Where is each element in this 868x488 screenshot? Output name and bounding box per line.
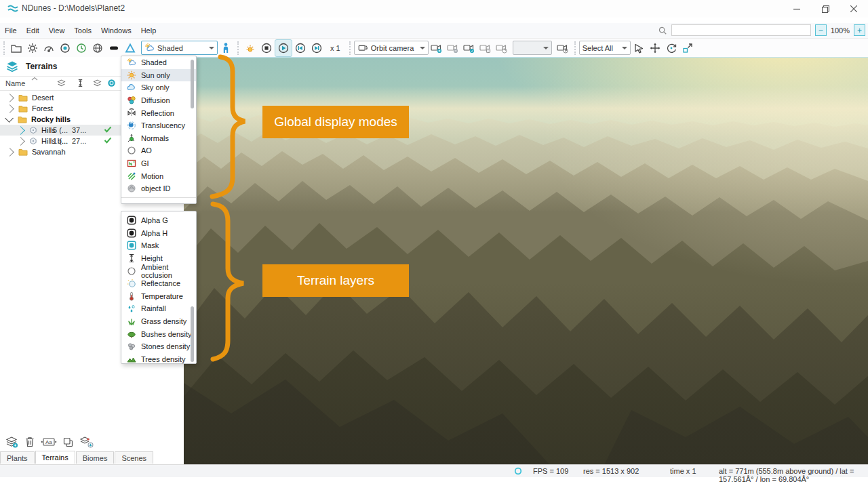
move-tool-button[interactable] — [647, 40, 663, 56]
panel-toolbar: Aa — [0, 434, 189, 450]
menu-item-alpha-g[interactable]: Alpha G — [121, 214, 196, 227]
settings-button[interactable] — [24, 40, 41, 56]
camera-preset-combobox[interactable] — [513, 41, 552, 55]
menu-item-ambient-occlusion[interactable]: Ambient occlusion — [121, 264, 196, 277]
add-terrain-button[interactable] — [5, 436, 19, 449]
minimize-button[interactable] — [785, 1, 808, 16]
scale-tool-button[interactable] — [679, 40, 696, 56]
expand-icon[interactable] — [5, 104, 14, 113]
column-height-icon[interactable] — [76, 79, 85, 87]
camera-save-button[interactable] — [477, 40, 494, 56]
camera-load-button[interactable] — [494, 40, 510, 56]
terrain-node-icon — [29, 137, 37, 145]
menu-item-diffusion[interactable]: Diffusion — [121, 94, 196, 107]
menu-item-bushes-density[interactable]: Bushes density — [121, 327, 196, 340]
menu-item-sun-only[interactable]: Sun only — [121, 69, 196, 82]
menu-item-ao[interactable]: AO — [121, 144, 196, 157]
camera-position-value: alt = 771m (555.8m above ground) / lat =… — [719, 467, 868, 483]
column-name[interactable]: Name — [5, 79, 25, 87]
chevron-down-icon — [420, 47, 425, 49]
menu-item-reflectance[interactable]: Reflectance — [121, 277, 196, 290]
menu-item-shaded[interactable]: Shaded — [121, 56, 196, 69]
menu-help[interactable]: Help — [136, 26, 161, 35]
menu-tools[interactable]: Tools — [69, 26, 96, 35]
menu-view[interactable]: View — [44, 26, 70, 35]
menu-item-trees-density[interactable]: Trees density — [121, 353, 196, 364]
rename-terrain-button[interactable]: Aa — [41, 436, 57, 447]
select-tool-button[interactable] — [631, 40, 647, 56]
column-globe-icon[interactable] — [107, 79, 116, 87]
terrain-node-icon — [29, 126, 37, 134]
expand-icon[interactable] — [16, 137, 25, 146]
planet-button[interactable] — [90, 40, 106, 56]
menu-item-reflection[interactable]: Reflection — [121, 106, 196, 119]
expand-icon[interactable] — [16, 126, 25, 135]
export-terrain-button[interactable] — [79, 436, 94, 448]
tab-scenes[interactable]: Scenes — [115, 451, 153, 464]
display-modes-dropdown: Shaded Sun only Sky only Diffusion Refle… — [121, 56, 197, 204]
menu-item-grass-density[interactable]: Grass density — [121, 315, 196, 328]
expand-icon[interactable] — [5, 148, 14, 157]
step-back-button[interactable] — [292, 40, 309, 56]
tab-terrains[interactable]: Terrains — [35, 451, 75, 464]
record-button[interactable] — [57, 40, 73, 56]
raindrops-icon — [126, 304, 136, 314]
ao-icon — [126, 266, 136, 276]
menu-edit[interactable]: Edit — [22, 26, 44, 35]
stop-button[interactable] — [258, 40, 275, 56]
terrain-height: 37... — [72, 126, 86, 134]
camera-mode-combobox[interactable]: Orbit camera — [354, 41, 429, 55]
menu-item-stones-density[interactable]: Stones density — [121, 340, 196, 353]
delete-terrain-button[interactable] — [24, 436, 35, 448]
menu-item-translucency[interactable]: Translucency — [121, 119, 196, 132]
performance-button[interactable] — [41, 40, 57, 56]
sun-button[interactable] — [242, 40, 258, 56]
ring-button[interactable] — [106, 40, 122, 56]
duplicate-terrain-button[interactable] — [62, 436, 74, 448]
column-layers-icon[interactable] — [57, 79, 66, 87]
menu-item-normals[interactable]: Normals — [121, 132, 196, 145]
zoom-in-button[interactable]: + — [854, 24, 865, 36]
trees-icon — [126, 354, 136, 364]
play-button[interactable] — [275, 39, 292, 57]
menu-item-rainfall[interactable]: Rainfall — [121, 302, 196, 315]
open-project-button[interactable] — [8, 40, 24, 56]
select-mode-combobox[interactable]: Select All — [579, 41, 631, 55]
menu-item-temperature[interactable]: Temperature — [121, 290, 196, 303]
menu-item-object-id[interactable]: object ID — [121, 182, 196, 195]
scrollbar[interactable] — [191, 306, 194, 362]
restore-button[interactable] — [814, 1, 837, 16]
expand-icon[interactable] — [5, 94, 14, 102]
menu-item-alpha-h[interactable]: Alpha H — [121, 227, 196, 240]
menu-item-mask[interactable]: Mask — [121, 239, 196, 252]
time-button[interactable] — [73, 40, 90, 56]
tab-biomes[interactable]: Biomes — [76, 451, 115, 464]
cloud-icon — [126, 83, 136, 93]
camera-mode-value: Orbit camera — [371, 44, 414, 52]
menu-item-motion[interactable]: Motion — [121, 169, 196, 182]
tab-plants[interactable]: Plants — [0, 451, 35, 464]
camera-remove-button[interactable] — [445, 40, 461, 56]
select-mode-value: Select All — [583, 44, 613, 52]
step-forward-button[interactable] — [309, 40, 325, 56]
zoom-out-button[interactable]: − — [815, 24, 827, 36]
dune-button[interactable] — [122, 40, 138, 56]
close-button[interactable] — [842, 1, 865, 16]
motion-icon — [126, 171, 136, 181]
column-visibility-icon[interactable] — [93, 79, 102, 87]
menu-file[interactable]: File — [0, 26, 22, 35]
menu-windows[interactable]: Windows — [96, 26, 136, 35]
folder-icon — [18, 94, 28, 102]
camera-edit-button[interactable] — [461, 40, 477, 56]
camera-add-button[interactable] — [429, 40, 445, 56]
scrollbar[interactable] — [191, 60, 194, 108]
menu-item-sky-only[interactable]: Sky only — [121, 81, 196, 94]
search-input[interactable] — [671, 24, 811, 36]
rotate-tool-button[interactable] — [663, 40, 679, 56]
avatar-view-button[interactable] — [218, 40, 234, 56]
collapse-icon[interactable] — [5, 114, 14, 123]
camera-settings-button[interactable] — [555, 40, 571, 56]
display-mode-combobox[interactable]: Shaded — [141, 41, 218, 55]
menu-item-gi[interactable]: GI — [121, 157, 196, 170]
app-logo-icon — [7, 3, 19, 15]
